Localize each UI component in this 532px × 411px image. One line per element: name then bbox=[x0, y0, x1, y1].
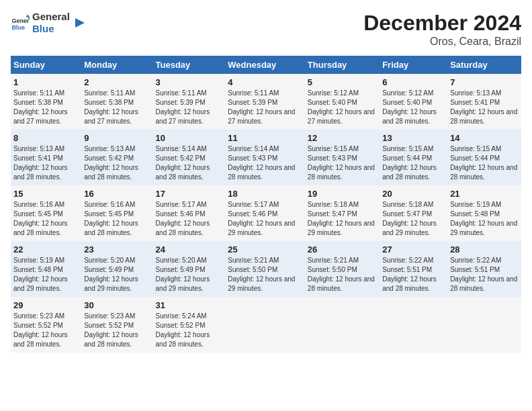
day-detail: Sunrise: 5:23 AMSunset: 5:52 PMDaylight:… bbox=[84, 312, 150, 349]
day-number: 15 bbox=[13, 189, 79, 199]
calendar-cell: 3 Sunrise: 5:11 AMSunset: 5:39 PMDayligh… bbox=[153, 74, 226, 130]
calendar-cell: 18 Sunrise: 5:17 AMSunset: 5:46 PMDaylig… bbox=[225, 185, 305, 241]
calendar-cell: 6 Sunrise: 5:12 AMSunset: 5:40 PMDayligh… bbox=[380, 74, 447, 130]
logo: General Blue General Blue bbox=[11, 11, 87, 35]
weekday-header-saturday: Saturday bbox=[447, 56, 521, 74]
day-detail: Sunrise: 5:13 AMSunset: 5:42 PMDaylight:… bbox=[84, 144, 150, 182]
calendar-cell bbox=[447, 297, 521, 353]
calendar-cell: 27 Sunrise: 5:22 AMSunset: 5:51 PMDaylig… bbox=[380, 241, 447, 297]
day-number: 16 bbox=[84, 189, 150, 199]
day-number: 19 bbox=[308, 189, 377, 199]
day-detail: Sunrise: 5:20 AMSunset: 5:49 PMDaylight:… bbox=[84, 256, 150, 293]
title-section: December 2024 Oros, Ceara, Brazil bbox=[363, 11, 521, 48]
day-detail: Sunrise: 5:17 AMSunset: 5:46 PMDaylight:… bbox=[228, 200, 302, 238]
day-detail: Sunrise: 5:21 AMSunset: 5:50 PMDaylight:… bbox=[228, 256, 302, 293]
calendar-week-row: 8 Sunrise: 5:13 AMSunset: 5:41 PMDayligh… bbox=[11, 130, 521, 185]
calendar-subtitle: Oros, Ceara, Brazil bbox=[363, 36, 521, 48]
day-detail: Sunrise: 5:17 AMSunset: 5:46 PMDaylight:… bbox=[156, 200, 223, 238]
logo-icon: General Blue bbox=[11, 13, 30, 32]
day-detail: Sunrise: 5:16 AMSunset: 5:45 PMDaylight:… bbox=[84, 200, 150, 238]
day-number: 26 bbox=[308, 244, 377, 255]
weekday-header-wednesday: Wednesday bbox=[225, 56, 305, 74]
day-number: 4 bbox=[228, 77, 302, 87]
calendar-cell: 12 Sunrise: 5:15 AMSunset: 5:43 PMDaylig… bbox=[305, 130, 380, 185]
day-detail: Sunrise: 5:14 AMSunset: 5:43 PMDaylight:… bbox=[228, 144, 302, 182]
day-number: 17 bbox=[156, 189, 223, 199]
weekday-header-monday: Monday bbox=[81, 56, 152, 74]
calendar-cell: 22 Sunrise: 5:19 AMSunset: 5:48 PMDaylig… bbox=[11, 241, 81, 297]
calendar-cell: 14 Sunrise: 5:15 AMSunset: 5:44 PMDaylig… bbox=[447, 130, 521, 185]
day-number: 12 bbox=[308, 133, 377, 143]
day-detail: Sunrise: 5:15 AMSunset: 5:43 PMDaylight:… bbox=[308, 144, 377, 182]
weekday-header-tuesday: Tuesday bbox=[153, 56, 226, 74]
calendar-table: SundayMondayTuesdayWednesdayThursdayFrid… bbox=[11, 56, 521, 353]
calendar-cell: 31 Sunrise: 5:24 AMSunset: 5:52 PMDaylig… bbox=[153, 297, 226, 353]
calendar-week-row: 29 Sunrise: 5:23 AMSunset: 5:52 PMDaylig… bbox=[11, 297, 521, 353]
day-detail: Sunrise: 5:20 AMSunset: 5:49 PMDaylight:… bbox=[156, 256, 223, 293]
day-number: 28 bbox=[450, 244, 519, 255]
day-detail: Sunrise: 5:22 AMSunset: 5:51 PMDaylight:… bbox=[382, 256, 445, 293]
day-detail: Sunrise: 5:22 AMSunset: 5:51 PMDaylight:… bbox=[450, 256, 519, 293]
day-detail: Sunrise: 5:21 AMSunset: 5:50 PMDaylight:… bbox=[308, 256, 377, 293]
day-detail: Sunrise: 5:24 AMSunset: 5:52 PMDaylight:… bbox=[156, 312, 223, 349]
day-detail: Sunrise: 5:13 AMSunset: 5:41 PMDaylight:… bbox=[13, 144, 79, 182]
day-detail: Sunrise: 5:23 AMSunset: 5:52 PMDaylight:… bbox=[13, 312, 79, 349]
calendar-cell bbox=[380, 297, 447, 353]
day-detail: Sunrise: 5:11 AMSunset: 5:38 PMDaylight:… bbox=[84, 89, 150, 126]
day-detail: Sunrise: 5:11 AMSunset: 5:38 PMDaylight:… bbox=[13, 89, 79, 126]
calendar-cell: 29 Sunrise: 5:23 AMSunset: 5:52 PMDaylig… bbox=[11, 297, 81, 353]
header: General Blue General Blue December 2024 … bbox=[11, 11, 521, 48]
calendar-cell: 30 Sunrise: 5:23 AMSunset: 5:52 PMDaylig… bbox=[81, 297, 152, 353]
day-number: 21 bbox=[450, 189, 519, 199]
calendar-cell bbox=[225, 297, 305, 353]
logo-line1: General bbox=[32, 11, 70, 23]
day-number: 8 bbox=[13, 133, 79, 143]
day-number: 2 bbox=[84, 77, 150, 87]
day-detail: Sunrise: 5:19 AMSunset: 5:48 PMDaylight:… bbox=[13, 256, 79, 293]
day-detail: Sunrise: 5:18 AMSunset: 5:47 PMDaylight:… bbox=[308, 200, 377, 238]
day-number: 27 bbox=[382, 244, 445, 255]
svg-marker-2 bbox=[26, 14, 30, 17]
calendar-cell: 5 Sunrise: 5:12 AMSunset: 5:40 PMDayligh… bbox=[305, 74, 380, 130]
calendar-cell: 13 Sunrise: 5:15 AMSunset: 5:44 PMDaylig… bbox=[380, 130, 447, 185]
svg-text:Blue: Blue bbox=[11, 24, 25, 31]
day-detail: Sunrise: 5:15 AMSunset: 5:44 PMDaylight:… bbox=[450, 144, 519, 182]
day-number: 29 bbox=[13, 300, 79, 310]
weekday-header-row: SundayMondayTuesdayWednesdayThursdayFrid… bbox=[11, 56, 521, 74]
calendar-cell: 8 Sunrise: 5:13 AMSunset: 5:41 PMDayligh… bbox=[11, 130, 81, 185]
svg-marker-4 bbox=[75, 18, 85, 28]
day-number: 6 bbox=[382, 77, 445, 87]
calendar-cell: 16 Sunrise: 5:16 AMSunset: 5:45 PMDaylig… bbox=[81, 185, 152, 241]
calendar-cell: 20 Sunrise: 5:18 AMSunset: 5:47 PMDaylig… bbox=[380, 185, 447, 241]
calendar-cell: 1 Sunrise: 5:11 AMSunset: 5:38 PMDayligh… bbox=[11, 74, 81, 130]
calendar-cell: 11 Sunrise: 5:14 AMSunset: 5:43 PMDaylig… bbox=[225, 130, 305, 185]
calendar-cell: 9 Sunrise: 5:13 AMSunset: 5:42 PMDayligh… bbox=[81, 130, 152, 185]
calendar-cell: 21 Sunrise: 5:19 AMSunset: 5:48 PMDaylig… bbox=[447, 185, 521, 241]
day-number: 14 bbox=[450, 133, 519, 143]
day-detail: Sunrise: 5:11 AMSunset: 5:39 PMDaylight:… bbox=[156, 89, 223, 126]
svg-text:General: General bbox=[11, 17, 30, 24]
day-detail: Sunrise: 5:16 AMSunset: 5:45 PMDaylight:… bbox=[13, 200, 79, 238]
day-number: 30 bbox=[84, 300, 150, 310]
calendar-week-row: 22 Sunrise: 5:19 AMSunset: 5:48 PMDaylig… bbox=[11, 241, 521, 297]
day-number: 24 bbox=[156, 244, 223, 255]
day-number: 5 bbox=[308, 77, 377, 87]
day-detail: Sunrise: 5:18 AMSunset: 5:47 PMDaylight:… bbox=[382, 200, 445, 238]
calendar-week-row: 1 Sunrise: 5:11 AMSunset: 5:38 PMDayligh… bbox=[11, 74, 521, 130]
day-number: 1 bbox=[13, 77, 79, 87]
day-number: 3 bbox=[156, 77, 223, 87]
logo-arrow-icon bbox=[73, 15, 87, 30]
calendar-cell: 23 Sunrise: 5:20 AMSunset: 5:49 PMDaylig… bbox=[81, 241, 152, 297]
weekday-header-sunday: Sunday bbox=[11, 56, 81, 74]
calendar-cell: 7 Sunrise: 5:13 AMSunset: 5:41 PMDayligh… bbox=[447, 74, 521, 130]
day-detail: Sunrise: 5:12 AMSunset: 5:40 PMDaylight:… bbox=[382, 89, 445, 126]
day-detail: Sunrise: 5:19 AMSunset: 5:48 PMDaylight:… bbox=[450, 200, 519, 238]
logo-line2: Blue bbox=[32, 23, 70, 35]
day-number: 20 bbox=[382, 189, 445, 199]
calendar-cell: 17 Sunrise: 5:17 AMSunset: 5:46 PMDaylig… bbox=[153, 185, 226, 241]
day-number: 13 bbox=[382, 133, 445, 143]
calendar-cell bbox=[305, 297, 380, 353]
weekday-header-thursday: Thursday bbox=[305, 56, 380, 74]
calendar-cell: 25 Sunrise: 5:21 AMSunset: 5:50 PMDaylig… bbox=[225, 241, 305, 297]
day-detail: Sunrise: 5:13 AMSunset: 5:41 PMDaylight:… bbox=[450, 89, 519, 126]
